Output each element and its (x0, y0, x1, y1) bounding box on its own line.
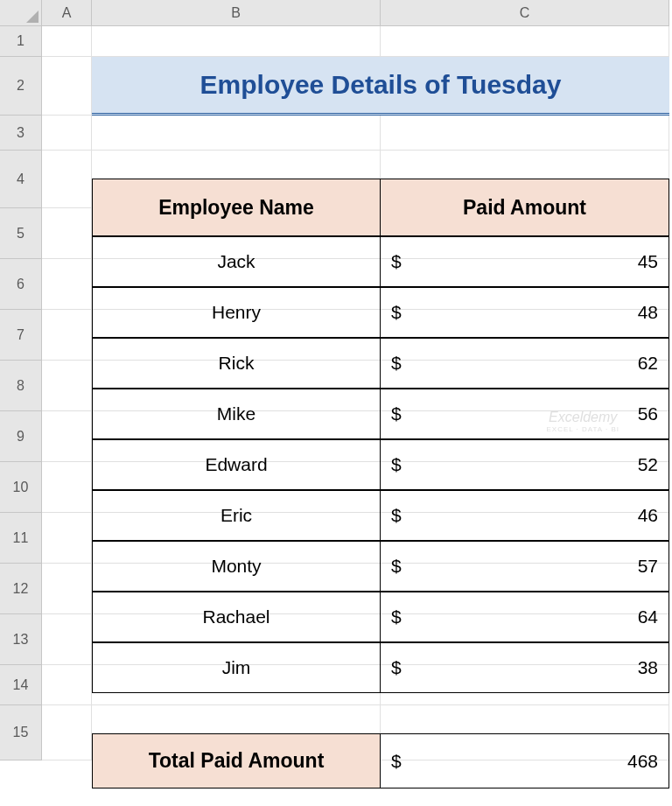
cell-A11[interactable] (42, 513, 92, 564)
column-headers: A B C (0, 0, 672, 26)
col-header-A[interactable]: A (42, 0, 92, 26)
currency-symbol: $ (391, 454, 402, 475)
cell-A1[interactable] (42, 26, 92, 57)
paid-amount-cell[interactable]: $48 (381, 287, 669, 338)
row-header-15[interactable]: 15 (0, 705, 42, 760)
amount-value: 52 (638, 454, 658, 475)
cell-B1[interactable] (92, 26, 381, 57)
table-row: Edward $52 (92, 439, 669, 490)
total-amount: 468 (627, 751, 658, 772)
employee-name-cell[interactable]: Rick (92, 338, 381, 389)
employee-name-cell[interactable]: Eric (92, 490, 381, 541)
currency-symbol: $ (391, 606, 402, 627)
table-header-row: Employee Name Paid Amount (92, 179, 669, 236)
paid-amount-cell[interactable]: $64 (381, 592, 669, 642)
cell-A7[interactable] (42, 310, 92, 361)
cell-A9[interactable] (42, 411, 92, 462)
cell-A6[interactable] (42, 259, 92, 310)
table-row: Jim $38 (92, 642, 669, 693)
cell-C3[interactable] (381, 116, 669, 151)
amount-value: 46 (638, 505, 658, 526)
table-row: Rick $62 (92, 338, 669, 389)
cell-A13[interactable] (42, 614, 92, 665)
table-row: Monty $57 (92, 541, 669, 592)
amount-value: 64 (638, 606, 658, 627)
cell-B3[interactable] (92, 116, 381, 151)
row-header-13[interactable]: 13 (0, 614, 42, 665)
header-employee-name[interactable]: Employee Name (92, 179, 381, 236)
cell-A10[interactable] (42, 462, 92, 513)
currency-symbol: $ (391, 251, 402, 272)
header-paid-amount[interactable]: Paid Amount (381, 179, 669, 236)
cell-A5[interactable] (42, 208, 92, 259)
cell-A2[interactable] (42, 57, 92, 116)
row-header-3[interactable]: 3 (0, 116, 42, 151)
paid-amount-cell[interactable]: $62 (381, 338, 669, 389)
sheet-title-text: Employee Details of Tuesday (200, 70, 562, 100)
row-header-14[interactable]: 14 (0, 665, 42, 705)
cell-A15[interactable] (42, 705, 92, 760)
col-header-B[interactable]: B (92, 0, 381, 26)
cell-A14[interactable] (42, 665, 92, 705)
currency-symbol: $ (391, 556, 402, 577)
table-row: Eric $46 (92, 490, 669, 541)
employee-name-cell[interactable]: Henry (92, 287, 381, 338)
col-header-C[interactable]: C (381, 0, 669, 26)
row-header-9[interactable]: 9 (0, 411, 42, 462)
total-row: Total Paid Amount $468 (92, 733, 669, 788)
table-row: Rachael $64 (92, 592, 669, 642)
paid-amount-cell[interactable]: $46 (381, 490, 669, 541)
cell-C1[interactable] (381, 26, 669, 57)
currency-symbol: $ (391, 505, 402, 526)
paid-amount-cell[interactable]: $38 (381, 642, 669, 693)
table-row: Henry $48 (92, 287, 669, 338)
amount-value: 48 (638, 302, 658, 323)
paid-amount-cell[interactable]: $56 (381, 389, 669, 439)
amount-value: 38 (638, 657, 658, 678)
select-all-corner[interactable] (0, 0, 42, 26)
row-header-10[interactable]: 10 (0, 462, 42, 513)
row-header-6[interactable]: 6 (0, 259, 42, 310)
employee-name-cell[interactable]: Jack (92, 236, 381, 287)
total-value-cell[interactable]: $468 (381, 733, 669, 788)
row-header-8[interactable]: 8 (0, 361, 42, 411)
currency-symbol: $ (391, 751, 402, 772)
row-header-11[interactable]: 11 (0, 513, 42, 564)
employee-name-cell[interactable]: Jim (92, 642, 381, 693)
sheet-title[interactable]: Employee Details of Tuesday (92, 57, 669, 116)
total-label[interactable]: Total Paid Amount (92, 733, 381, 788)
employee-name-cell[interactable]: Monty (92, 541, 381, 592)
row-header-7[interactable]: 7 (0, 310, 42, 361)
table-row: Mike $56 (92, 389, 669, 439)
cell-A8[interactable] (42, 361, 92, 411)
cell-A12[interactable] (42, 564, 92, 614)
row-header-4[interactable]: 4 (0, 151, 42, 208)
employee-table: Employee Name Paid Amount Jack $45 Henry… (92, 179, 669, 693)
row-header-12[interactable]: 12 (0, 564, 42, 614)
cell-A4[interactable] (42, 151, 92, 208)
row-header-2[interactable]: 2 (0, 57, 42, 116)
cell-A3[interactable] (42, 116, 92, 151)
currency-symbol: $ (391, 353, 402, 374)
paid-amount-cell[interactable]: $52 (381, 439, 669, 490)
row-header-5[interactable]: 5 (0, 208, 42, 259)
amount-value: 56 (638, 403, 658, 424)
table-row: Jack $45 (92, 236, 669, 287)
currency-symbol: $ (391, 657, 402, 678)
employee-name-cell[interactable]: Mike (92, 389, 381, 439)
paid-amount-cell[interactable]: $45 (381, 236, 669, 287)
row-header-1[interactable]: 1 (0, 26, 42, 57)
currency-symbol: $ (391, 403, 402, 424)
employee-name-cell[interactable]: Edward (92, 439, 381, 490)
amount-value: 62 (638, 353, 658, 374)
amount-value: 57 (638, 556, 658, 577)
currency-symbol: $ (391, 302, 402, 323)
paid-amount-cell[interactable]: $57 (381, 541, 669, 592)
employee-name-cell[interactable]: Rachael (92, 592, 381, 642)
amount-value: 45 (638, 251, 658, 272)
